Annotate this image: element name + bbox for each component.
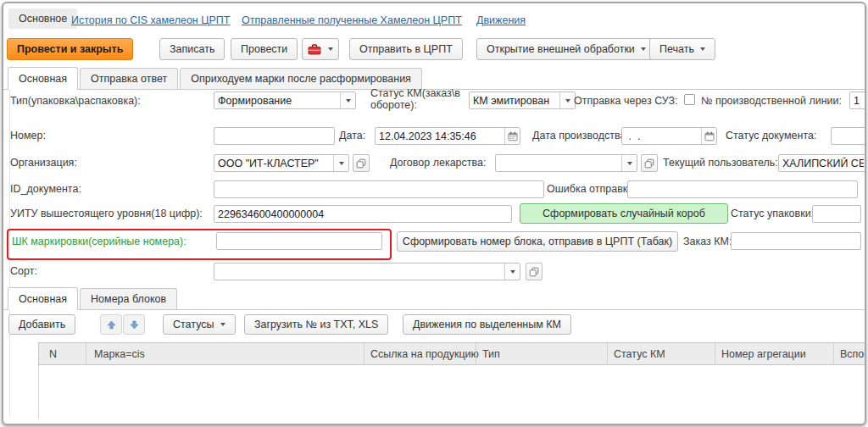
date-field[interactable]: [375, 127, 520, 145]
chevron-down-icon: [700, 47, 705, 51]
production-date-field[interactable]: [621, 127, 717, 145]
table-body-empty[interactable]: [39, 365, 865, 419]
send-via-suz-label: Отправка через СУЗ:: [574, 95, 678, 107]
doc-id-label: ID_документа:: [10, 183, 81, 195]
column-separator[interactable]: [715, 343, 715, 364]
doc-status-input[interactable]: [831, 127, 866, 145]
chevron-down-icon[interactable]: [621, 155, 637, 171]
column-separator[interactable]: [607, 343, 608, 364]
chevron-down-icon[interactable]: [340, 92, 355, 108]
load-from-txt-button[interactable]: Загрузить № из TXT, XLS: [244, 314, 388, 335]
send-error-input[interactable]: [627, 180, 858, 198]
column-header-mark-cis: Марка=cis: [94, 348, 145, 360]
post-and-close-button[interactable]: Провести и закрыть: [7, 38, 133, 60]
uitu-input[interactable]: [214, 205, 512, 223]
type-combo[interactable]: [214, 92, 356, 109]
km-order-label: Заказ КМ:: [683, 236, 732, 247]
current-user-input[interactable]: [778, 154, 866, 172]
block-number-button[interactable]: Сформировать номер блока, отправив в ЦРП…: [397, 231, 678, 252]
sort-combo[interactable]: [214, 263, 520, 280]
calendar-icon[interactable]: [701, 128, 716, 144]
nav-tab-main[interactable]: Основное: [8, 8, 77, 29]
column-header-km-status: Статус КМ: [614, 348, 665, 360]
type-label: Тип(упаковка\распаковка):: [10, 95, 141, 107]
column-separator[interactable]: [86, 343, 86, 364]
nav-link-cis-history[interactable]: История по CIS хамелеон ЦРПТ: [71, 14, 230, 26]
column-header-auxiliary: Вспом: [840, 348, 866, 360]
organization-open-button[interactable]: [353, 154, 370, 172]
uitu-label: УИТУ вышестоящего уровня(18 цифр):: [10, 208, 203, 219]
tab-lower-main[interactable]: Основная: [8, 287, 78, 310]
packing-status-label: Статус упаковки:: [731, 208, 814, 219]
post-button[interactable]: Провести: [231, 38, 298, 60]
send-error-label: Ошибка отправки:: [547, 183, 637, 195]
tab-post-marks[interactable]: Оприходуем марки после расформирования: [180, 68, 422, 89]
statuses-button[interactable]: Статусы: [163, 314, 236, 335]
random-box-button[interactable]: Сформировать случайный короб: [520, 203, 728, 224]
date-input[interactable]: [376, 128, 504, 144]
sort-open-button[interactable]: [526, 263, 542, 280]
arrow-up-icon: [107, 320, 116, 330]
packing-status-input[interactable]: [812, 205, 861, 223]
tab-block-numbers[interactable]: Номера блоков: [80, 288, 177, 309]
chevron-down-icon: [641, 47, 646, 51]
doc-status-label: Статус документа:: [726, 130, 816, 141]
move-up-button[interactable]: [100, 314, 122, 335]
km-status-input[interactable]: [470, 92, 559, 108]
chevron-down-icon[interactable]: [333, 155, 348, 171]
medicine-contract-open-button[interactable]: [641, 154, 658, 172]
nav-link-movements[interactable]: Движения: [476, 14, 526, 26]
doc-id-input[interactable]: [214, 180, 544, 198]
sort-label: Сорт:: [10, 265, 37, 277]
move-down-button[interactable]: [123, 314, 145, 335]
medicine-contract-combo[interactable]: [495, 154, 637, 172]
column-separator[interactable]: [364, 343, 364, 364]
production-line-label: № производственной линии:: [701, 95, 842, 107]
marking-codes-input[interactable]: [216, 232, 382, 250]
add-row-button[interactable]: Добавить: [8, 314, 75, 335]
lower-tabbar: Основная Номера блоков: [3, 288, 865, 310]
production-date-input[interactable]: [622, 128, 701, 144]
arrow-down-icon: [130, 320, 139, 330]
nav-link-sent-received[interactable]: Отправленные полученные Хамелеон ЦРПТ: [242, 14, 462, 26]
column-header-aggregation-number: Номер агрегации: [721, 348, 806, 360]
print-button[interactable]: Печать: [649, 38, 715, 60]
column-separator[interactable]: [476, 343, 476, 364]
km-status-combo[interactable]: [469, 92, 576, 109]
sort-input[interactable]: [214, 263, 504, 280]
type-input[interactable]: [214, 92, 340, 108]
production-date-label: Дата производства:: [532, 130, 629, 141]
column-header-n: N: [49, 348, 57, 360]
number-label: Номер:: [10, 130, 46, 141]
chevron-down-icon: [328, 47, 333, 51]
calendar-icon[interactable]: [504, 128, 520, 144]
production-line-input[interactable]: [849, 92, 866, 109]
medicine-contract-label: Договор лекарства:: [390, 157, 486, 169]
column-header-product-link: Ссылка на продукцию: [370, 348, 479, 360]
chevron-down-icon[interactable]: [559, 92, 575, 108]
tab-main[interactable]: Основная: [8, 67, 78, 90]
write-button[interactable]: Записать: [159, 38, 225, 60]
number-input[interactable]: [214, 127, 335, 145]
current-user-label: Текущий пользователь:: [663, 157, 778, 169]
send-via-suz-checkbox[interactable]: [684, 94, 695, 105]
km-order-input[interactable]: [731, 232, 861, 250]
organization-label: Организация:: [10, 157, 77, 169]
organization-input[interactable]: [214, 155, 333, 171]
marking-codes-label: ШК маркировки(серийные номера):: [12, 236, 186, 247]
movements-by-selected-button[interactable]: Движения по выделенным КМ: [403, 314, 571, 335]
medicine-contract-input[interactable]: [496, 155, 621, 171]
chevron-down-icon: [220, 323, 225, 326]
chevron-down-icon[interactable]: [504, 263, 520, 280]
seal-menu-button[interactable]: [302, 38, 339, 60]
km-status-label: Статус КМ(заказ\в обороте):: [370, 87, 469, 112]
external-processing-button[interactable]: Открытие внешней обработки: [476, 38, 656, 60]
send-to-crpt-button[interactable]: Отправить в ЦРПТ: [349, 38, 463, 60]
red-briefcase-icon: [308, 44, 321, 55]
print-label: Печать: [659, 43, 694, 55]
organization-combo[interactable]: [214, 154, 349, 172]
document-window: Основное История по CIS хамелеон ЦРПТ От…: [2, 2, 866, 425]
column-separator[interactable]: [833, 343, 834, 364]
tab-send-reply[interactable]: Отправка ответ: [80, 68, 178, 89]
external-processing-label: Открытие внешней обработки: [487, 43, 635, 55]
